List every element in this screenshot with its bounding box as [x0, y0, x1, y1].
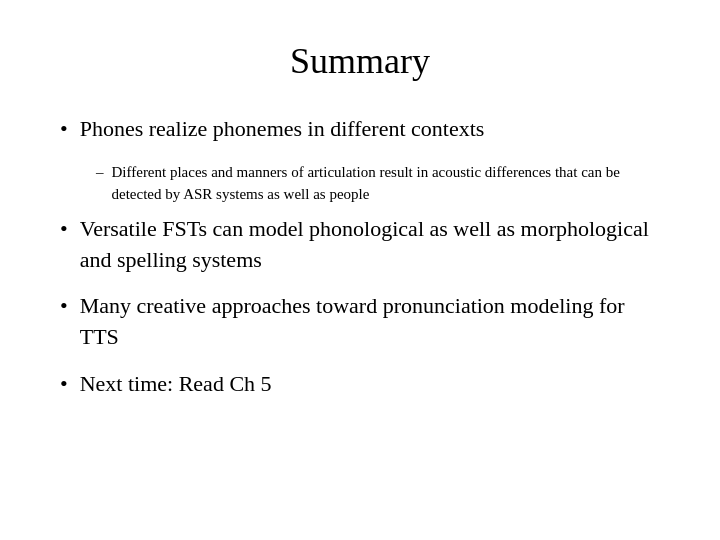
sub-bullet-container-1: – Different places and manners of articu…: [96, 161, 660, 206]
bullet-symbol-3: •: [60, 291, 68, 322]
bullet-item-4: • Next time: Read Ch 5: [60, 369, 660, 400]
slide-content: • Phones realize phonemes in different c…: [60, 114, 660, 416]
slide-title: Summary: [60, 40, 660, 82]
bullet-item-3: • Many creative approaches toward pronun…: [60, 291, 660, 353]
bullet-symbol-1: •: [60, 114, 68, 145]
bullet-text-3: Many creative approaches toward pronunci…: [80, 291, 660, 353]
sub-bullet-item-1: – Different places and manners of articu…: [96, 161, 660, 206]
sub-bullet-symbol-1: –: [96, 161, 104, 184]
bullet-text-4: Next time: Read Ch 5: [80, 369, 272, 400]
slide: Summary • Phones realize phonemes in dif…: [0, 0, 720, 540]
bullet-item-1: • Phones realize phonemes in different c…: [60, 114, 660, 214]
sub-bullet-text-1: Different places and manners of articula…: [112, 161, 661, 206]
bullet-text-2: Versatile FSTs can model phonological as…: [80, 214, 660, 276]
bullet-symbol-2: •: [60, 214, 68, 245]
bullet-item-2: • Versatile FSTs can model phonological …: [60, 214, 660, 276]
bullet-symbol-4: •: [60, 369, 68, 400]
bullet-text-1: Phones realize phonemes in different con…: [80, 114, 485, 145]
